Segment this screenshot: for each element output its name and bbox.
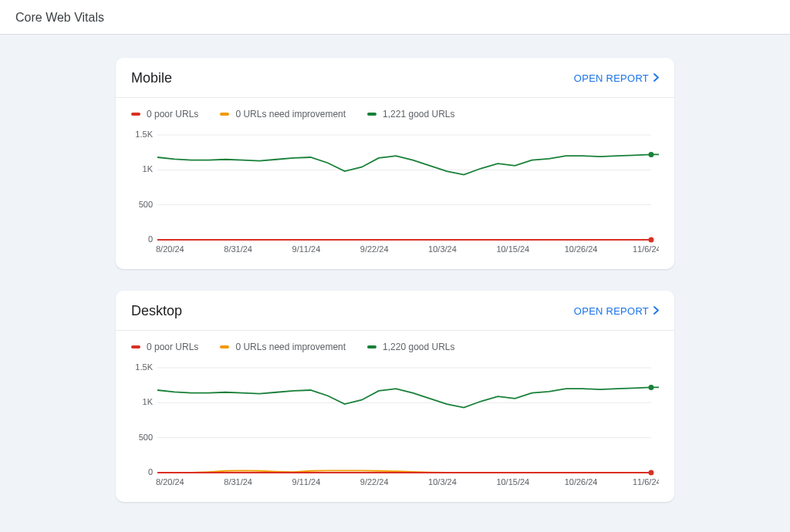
svg-point-16 <box>649 152 654 157</box>
svg-text:1.5K: 1.5K <box>135 130 153 139</box>
legend-item-good: 1,220 good URLs <box>367 342 454 352</box>
legend-good-label: 1,221 good URLs <box>383 109 454 120</box>
card-title-desktop: Desktop <box>131 303 182 319</box>
chart-wrap-mobile: 05001K1.5K8/20/248/31/249/11/249/22/2410… <box>116 124 674 269</box>
open-report-desktop-button[interactable]: OPEN REPORT <box>574 305 659 317</box>
svg-text:10/3/24: 10/3/24 <box>428 244 457 254</box>
svg-text:10/26/24: 10/26/24 <box>565 244 598 254</box>
chevron-right-icon <box>653 305 659 317</box>
swatch-poor-icon <box>131 345 140 348</box>
svg-text:11/6/24: 11/6/24 <box>633 477 659 487</box>
legend-item-good: 1,221 good URLs <box>367 109 454 120</box>
card-desktop: Desktop OPEN REPORT 0 poor URLs 0 URLs n… <box>116 291 674 502</box>
svg-text:9/11/24: 9/11/24 <box>292 244 321 254</box>
svg-text:1K: 1K <box>143 164 154 173</box>
card-title-mobile: Mobile <box>131 70 172 86</box>
svg-text:9/22/24: 9/22/24 <box>360 477 389 487</box>
chevron-right-icon <box>653 72 659 84</box>
svg-point-17 <box>649 237 654 243</box>
page-header: Core Web Vitals <box>0 0 790 35</box>
svg-text:9/22/24: 9/22/24 <box>360 244 389 254</box>
svg-text:9/11/24: 9/11/24 <box>292 477 321 487</box>
card-head-desktop: Desktop OPEN REPORT <box>116 291 674 331</box>
svg-text:10/3/24: 10/3/24 <box>428 477 457 487</box>
page-title: Core Web Vitals <box>15 11 775 25</box>
legend-desktop: 0 poor URLs 0 URLs need improvement 1,22… <box>116 331 674 357</box>
card-mobile: Mobile OPEN REPORT 0 poor URLs 0 URLs ne… <box>116 58 674 269</box>
svg-text:8/31/24: 8/31/24 <box>224 477 252 487</box>
svg-text:0: 0 <box>148 234 153 244</box>
svg-point-34 <box>649 385 654 390</box>
svg-text:10/26/24: 10/26/24 <box>565 477 598 487</box>
svg-text:8/31/24: 8/31/24 <box>224 244 252 254</box>
legend-item-poor: 0 poor URLs <box>131 342 198 352</box>
legend-mobile: 0 poor URLs 0 URLs need improvement 1,22… <box>116 98 674 124</box>
svg-text:10/15/24: 10/15/24 <box>496 244 529 254</box>
swatch-good-icon <box>367 345 376 348</box>
svg-text:0: 0 <box>148 467 153 476</box>
swatch-good-icon <box>367 113 376 116</box>
legend-good-label: 1,220 good URLs <box>383 342 454 352</box>
svg-text:8/20/24: 8/20/24 <box>156 477 184 487</box>
legend-item-poor: 0 poor URLs <box>131 109 198 120</box>
swatch-poor-icon <box>131 113 140 116</box>
swatch-improve-icon <box>220 345 229 348</box>
legend-item-improve: 0 URLs need improvement <box>220 342 346 352</box>
card-head-mobile: Mobile OPEN REPORT <box>116 58 674 98</box>
svg-text:10/15/24: 10/15/24 <box>496 477 529 487</box>
svg-text:1.5K: 1.5K <box>135 362 153 372</box>
svg-text:11/6/24: 11/6/24 <box>633 244 659 254</box>
chart-mobile[interactable]: 05001K1.5K8/20/248/31/249/11/249/22/2410… <box>131 129 659 255</box>
content-area: Mobile OPEN REPORT 0 poor URLs 0 URLs ne… <box>0 35 790 525</box>
svg-point-35 <box>649 470 654 476</box>
legend-poor-label: 0 poor URLs <box>147 342 198 352</box>
chart-wrap-desktop: 05001K1.5K8/20/248/31/249/11/249/22/2410… <box>116 357 674 502</box>
swatch-improve-icon <box>220 113 229 116</box>
open-report-mobile-button[interactable]: OPEN REPORT <box>574 72 659 84</box>
legend-improve-label: 0 URLs need improvement <box>235 342 346 352</box>
svg-text:500: 500 <box>139 433 153 442</box>
legend-improve-label: 0 URLs need improvement <box>235 109 346 120</box>
legend-poor-label: 0 poor URLs <box>147 109 198 120</box>
chart-desktop[interactable]: 05001K1.5K8/20/248/31/249/11/249/22/2410… <box>131 362 659 488</box>
open-report-label: OPEN REPORT <box>574 72 649 84</box>
legend-item-improve: 0 URLs need improvement <box>220 109 346 120</box>
svg-text:8/20/24: 8/20/24 <box>156 244 184 254</box>
svg-text:500: 500 <box>139 200 153 209</box>
svg-text:1K: 1K <box>143 397 154 406</box>
open-report-label: OPEN REPORT <box>574 305 649 317</box>
